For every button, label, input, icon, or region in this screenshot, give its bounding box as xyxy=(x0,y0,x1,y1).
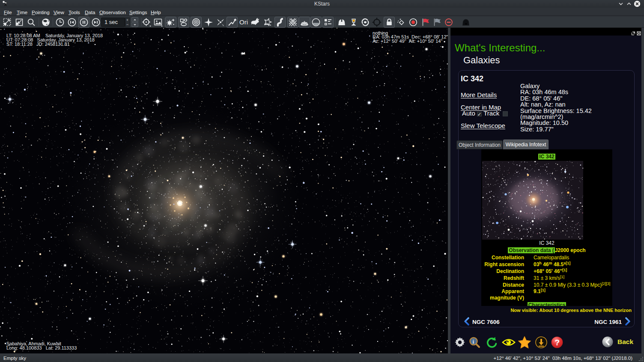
svg-text:?: ? xyxy=(555,338,560,347)
svg-text:i: i xyxy=(473,338,474,345)
svg-text:Ori: Ori xyxy=(239,18,248,26)
